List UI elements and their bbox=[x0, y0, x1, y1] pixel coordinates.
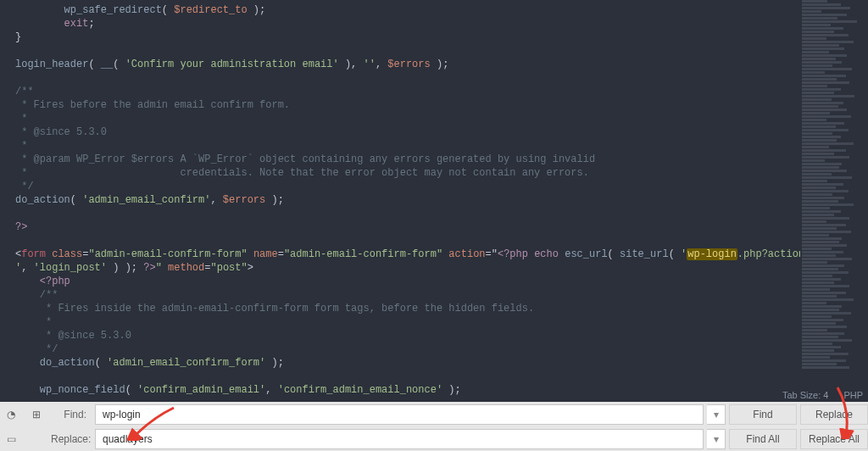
tag: form bbox=[21, 248, 46, 260]
comment: * bbox=[15, 113, 27, 125]
keyword: echo bbox=[534, 248, 559, 260]
fn-call: do_action bbox=[40, 357, 95, 369]
comment: * Fires before the admin email confirm f… bbox=[15, 99, 290, 111]
string: "admin-email-confirm-form" bbox=[284, 248, 442, 260]
keyword: exit bbox=[64, 18, 89, 30]
editor-area: wp_safe_redirect( $redirect_to ); exit; … bbox=[0, 0, 868, 402]
regex-toggle-icon[interactable]: ◔ bbox=[0, 404, 22, 425]
fn-call: wp_nonce_field bbox=[40, 384, 125, 396]
replace-label: Replace: bbox=[51, 429, 92, 449]
minimap-content bbox=[802, 0, 866, 370]
string: '' bbox=[364, 58, 376, 70]
string: 'confirm_admin_email_nonce' bbox=[278, 384, 442, 396]
fn-call: login_header bbox=[15, 58, 88, 70]
find-history-dropdown-icon[interactable]: ▾ bbox=[707, 404, 726, 425]
status-lang[interactable]: PHP bbox=[843, 390, 863, 400]
comment: * credentials. Note that the error objec… bbox=[15, 167, 589, 179]
replace-all-button[interactable]: Replace All bbox=[800, 429, 868, 449]
string: "post" bbox=[210, 262, 247, 274]
comment: * Fires inside the admin-email-confirm-f… bbox=[40, 303, 534, 315]
fn: esc_url bbox=[565, 248, 607, 260]
variable: $redirect_to bbox=[174, 4, 247, 16]
comment: */ bbox=[40, 343, 58, 355]
attr: name bbox=[253, 248, 278, 260]
attr: class bbox=[52, 248, 82, 260]
option-toggle-icon[interactable]: ⊞ bbox=[25, 404, 47, 425]
comment: * bbox=[40, 316, 52, 328]
replace-button[interactable]: Replace bbox=[800, 404, 868, 425]
find-label: Find: bbox=[51, 404, 92, 425]
replace-input[interactable] bbox=[95, 429, 704, 449]
fn-call: do_action bbox=[15, 194, 70, 206]
fn: __ bbox=[101, 58, 113, 70]
find-all-button[interactable]: Find All bbox=[729, 429, 797, 449]
string: 'admin_email_confirm' bbox=[82, 194, 210, 206]
string: 'login_post' bbox=[34, 262, 107, 274]
code-pane[interactable]: wp_safe_redirect( $redirect_to ); exit; … bbox=[0, 0, 800, 402]
comment: * @since 5.3.0 bbox=[40, 330, 131, 342]
find-button[interactable]: Find bbox=[729, 404, 797, 425]
string: 'confirm_admin_email' bbox=[137, 384, 265, 396]
brace: } bbox=[15, 31, 21, 43]
fn: site_url bbox=[620, 248, 669, 260]
comment: * bbox=[15, 140, 27, 152]
comment: * @param bbox=[15, 153, 70, 165]
replace-history-dropdown-icon[interactable]: ▾ bbox=[707, 429, 726, 449]
fn-call: wp_safe_redirect bbox=[64, 4, 162, 16]
string: "admin-email-confirm-form" bbox=[88, 248, 247, 260]
find-input[interactable] bbox=[95, 404, 704, 425]
php-open: <?php bbox=[40, 276, 70, 287]
find-replace-panel: ◔ ⊞ Find: ▾ Find Replace ▭ Replace: ▾ Fi… bbox=[0, 402, 868, 451]
attr: action bbox=[448, 248, 485, 260]
search-match-highlight: wp-login bbox=[687, 248, 737, 260]
string-q: " bbox=[156, 262, 162, 274]
string: 'Confirm your administration email' bbox=[125, 58, 339, 70]
php-close: ?> bbox=[143, 262, 155, 274]
status-tabsize[interactable]: Tab Size: 4 bbox=[782, 390, 828, 400]
comment: * @since 5.3.0 bbox=[15, 126, 107, 138]
variable: $errors bbox=[387, 58, 430, 70]
comment: /** bbox=[15, 86, 34, 97]
status-bar: Tab Size: 4 PHP bbox=[782, 390, 863, 400]
string: .php?action=confirm_admin_email bbox=[737, 248, 800, 260]
string: 'admin_email_confirm_form' bbox=[107, 357, 265, 369]
minimap[interactable] bbox=[800, 0, 868, 402]
wrap-toggle-icon[interactable]: ▭ bbox=[0, 429, 22, 449]
comment: /** bbox=[40, 289, 58, 301]
php-open: <?php bbox=[498, 248, 528, 260]
comment: */ bbox=[15, 181, 34, 192]
variable: $errors bbox=[223, 194, 265, 206]
php-close: ?> bbox=[15, 221, 27, 233]
attr: method bbox=[168, 262, 204, 274]
comment: WP_Error $errors A `WP_Error` object con… bbox=[70, 153, 595, 165]
